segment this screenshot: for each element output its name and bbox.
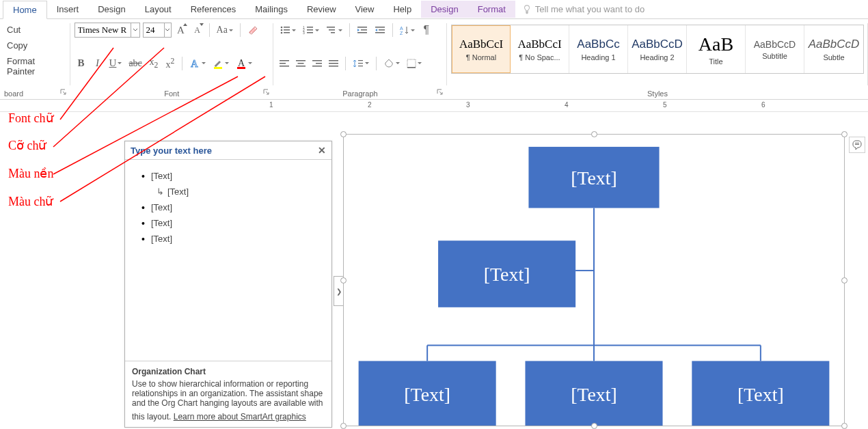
superscript-button[interactable]: x2 <box>163 56 177 71</box>
org-node-child-1[interactable]: [Text] <box>359 361 496 426</box>
ruler[interactable]: 1 2 3 4 5 6 <box>0 100 868 112</box>
selection-handle-nw[interactable] <box>340 131 347 137</box>
grow-font-button[interactable]: A <box>174 23 188 38</box>
font-name-combo[interactable] <box>74 23 140 38</box>
selection-handle-e[interactable] <box>841 277 847 283</box>
borders-button[interactable] <box>405 56 424 71</box>
tab-view[interactable]: View <box>346 1 384 18</box>
tab-home[interactable]: Home <box>3 1 47 19</box>
subscript-button[interactable]: x2 <box>147 56 161 71</box>
cut-button[interactable]: Cut <box>4 23 66 36</box>
style-heading2[interactable]: AaBbCcDHeading 2 <box>628 25 687 73</box>
layout-options-icon <box>852 139 863 150</box>
tab-design[interactable]: Design <box>88 1 135 18</box>
font-name-input[interactable] <box>75 25 131 36</box>
svg-rect-15 <box>307 32 313 33</box>
justify-button[interactable] <box>327 56 340 71</box>
tab-review[interactable]: Review <box>297 1 346 18</box>
font-color-button[interactable]: A <box>234 56 254 71</box>
shading-button[interactable] <box>381 56 402 71</box>
org-node-child-3[interactable]: [Text] <box>692 361 829 426</box>
selection-handle-n[interactable] <box>591 131 597 137</box>
font-name-caret[interactable] <box>131 23 139 37</box>
tab-mailings[interactable]: Mailings <box>245 1 297 18</box>
org-node-child-2[interactable]: [Text] <box>525 361 662 426</box>
text-item-5[interactable]: [Text] <box>139 231 318 247</box>
svg-rect-22 <box>375 27 385 28</box>
font-size-combo[interactable] <box>143 23 172 38</box>
copy-button[interactable]: Copy <box>4 39 66 52</box>
align-left-button[interactable] <box>277 56 291 71</box>
selection-handle-ne[interactable] <box>841 131 847 137</box>
styles-gallery[interactable]: AaBbCcI¶ Normal AaBbCcI¶ No Spac... AaBb… <box>451 25 864 74</box>
text-pane-body[interactable]: [Text] [Text] [Text] [Text] [Text] <box>125 160 331 361</box>
style-subtle[interactable]: AaBbCcDSubtle <box>804 25 863 73</box>
svg-rect-45 <box>855 144 859 145</box>
org-node-assistant[interactable]: [Text] <box>438 240 575 307</box>
text-pane-learn-more-link[interactable]: Learn more about SmartArt graphics <box>174 412 306 421</box>
selection-handle-se[interactable] <box>841 423 847 429</box>
text-effects-button[interactable]: A <box>187 56 208 71</box>
text-item-4[interactable]: [Text] <box>139 215 318 231</box>
selection-handle-s[interactable] <box>591 423 597 429</box>
strikethrough-button[interactable]: abc <box>126 56 144 71</box>
increase-indent-button[interactable] <box>372 23 388 38</box>
shrink-font-button[interactable]: A <box>191 23 204 38</box>
text-item-2[interactable]: [Text] <box>139 184 318 199</box>
font-dialog-launcher[interactable] <box>262 88 271 96</box>
tab-insert[interactable]: Insert <box>47 1 89 18</box>
align-right-button[interactable] <box>310 56 324 71</box>
highlight-button[interactable] <box>211 56 231 71</box>
selection-handle-sw[interactable] <box>340 423 347 429</box>
tab-smartart-design[interactable]: Design <box>421 1 467 18</box>
svg-rect-5 <box>284 27 290 28</box>
style-title[interactable]: AaBTitle <box>687 25 746 73</box>
format-painter-button[interactable]: Format Painter <box>4 55 66 78</box>
style-normal[interactable]: AaBbCcI¶ Normal <box>452 25 511 73</box>
text-item-1[interactable]: [Text] <box>139 168 318 184</box>
clear-formatting-button[interactable] <box>245 23 260 38</box>
clipboard-dialog-launcher[interactable] <box>59 88 68 96</box>
show-marks-button[interactable]: ¶ <box>420 23 433 38</box>
tab-help[interactable]: Help <box>383 1 421 18</box>
style-no-spacing[interactable]: AaBbCcI¶ No Spac... <box>511 25 569 73</box>
decrease-indent-button[interactable] <box>355 23 370 38</box>
anno-font-chu: Font chữ <box>8 111 53 126</box>
change-case-button[interactable]: Aa <box>215 23 235 38</box>
svg-rect-38 <box>329 66 338 67</box>
svg-point-8 <box>281 32 283 34</box>
paragraph-dialog-launcher[interactable] <box>436 88 444 96</box>
smartart-canvas[interactable]: [Text] [Text] [Text] [Text] [Text] <box>343 134 845 426</box>
layout-options-button[interactable] <box>849 137 865 153</box>
bold-button[interactable]: B <box>74 56 88 71</box>
style-subtitle[interactable]: AaBbCcDSubtitle <box>746 25 804 73</box>
multilevel-list-button[interactable] <box>324 23 344 38</box>
text-item-3[interactable]: [Text] <box>139 199 318 215</box>
font-size-input[interactable] <box>144 25 164 36</box>
anno-co-chu: Cỡ chữ <box>8 138 46 153</box>
style-heading1[interactable]: AaBbCcHeading 1 <box>569 25 628 73</box>
group-paragraph: 123 AZ ¶ Paragraph <box>273 19 447 99</box>
svg-rect-11 <box>307 27 313 28</box>
document-area: Type your text here ✕ [Text] [Text] [Tex… <box>0 112 868 429</box>
align-center-button[interactable] <box>294 56 308 71</box>
group-font: A A Aa B I U abc x2 x2 A A Font <box>70 19 273 99</box>
bullets-button[interactable] <box>277 23 298 38</box>
selection-handle-w[interactable] <box>340 277 347 283</box>
italic-button[interactable]: I <box>91 56 105 71</box>
text-pane-title: Type your text here <box>131 146 212 156</box>
line-spacing-button[interactable] <box>351 56 371 71</box>
tab-references[interactable]: References <box>181 1 245 18</box>
svg-text:[Text]: [Text] <box>571 167 617 189</box>
font-size-caret[interactable] <box>164 23 171 37</box>
numbering-button[interactable]: 123 <box>301 23 321 38</box>
tell-me-search[interactable]: Tell me what you want to do <box>522 4 645 14</box>
tab-smartart-format[interactable]: Format <box>468 1 515 18</box>
sort-button[interactable]: AZ <box>398 23 417 38</box>
svg-rect-36 <box>329 60 338 61</box>
tab-layout[interactable]: Layout <box>135 1 181 18</box>
org-node-top[interactable]: [Text] <box>528 147 659 208</box>
underline-button[interactable]: U <box>107 56 124 71</box>
text-pane-close-button[interactable]: ✕ <box>318 145 326 156</box>
svg-rect-16 <box>327 27 335 28</box>
